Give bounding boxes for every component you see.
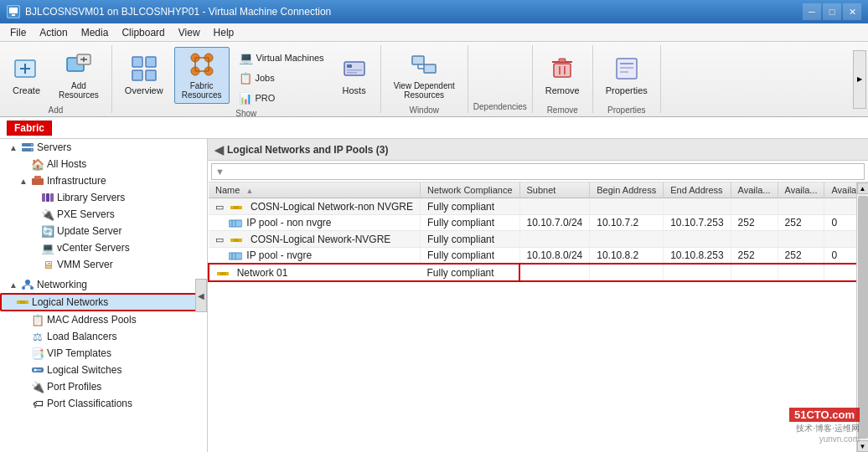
sidebar-item-port-classifications[interactable]: 🏷 Port Classifications — [0, 395, 207, 412]
overview-icon — [131, 55, 158, 82]
table-row[interactable]: ▭ COSN-Logical Nework-NVGRE Fully compli… — [209, 231, 856, 248]
maximize-button[interactable]: □ — [823, 3, 841, 20]
sidebar-item-logical-switches[interactable]: Logical Switches — [0, 362, 207, 378]
col-compliance[interactable]: Network Compliance — [421, 182, 519, 198]
sidebar-item-infrastructure[interactable]: ▲ Infrastructure — [0, 172, 207, 189]
row-a1 — [731, 231, 778, 248]
col-subnet[interactable]: Subnet — [519, 182, 590, 198]
col-avail2[interactable]: Availa... — [778, 182, 824, 198]
view-dependent-icon — [411, 51, 437, 78]
add-resources-button[interactable]: AddResources — [51, 47, 106, 104]
table-row[interactable]: IP pool - non nvgre Fully compliant 10.1… — [209, 215, 856, 231]
ribbon-remove-content: Remove — [538, 47, 587, 104]
row-begin — [590, 264, 664, 281]
row-subnet: 10.10.7.0/24 — [519, 215, 590, 231]
app-icon — [7, 5, 20, 18]
sidebar-item-update-server[interactable]: 🔄 Update Server — [0, 223, 207, 239]
table-row[interactable]: ▭ COSN-Logical Network-non NVGRE Fully c… — [209, 198, 856, 215]
menu-action[interactable]: Action — [33, 25, 74, 40]
table-row[interactable]: IP pool - nvgre Fully compliant 10.10.8.… — [209, 248, 856, 265]
ribbon-props-label: Properties — [607, 105, 646, 115]
sidebar-item-vip-templates[interactable]: 📑 VIP Templates — [0, 345, 207, 362]
jobs-button[interactable]: 📋 Jobs — [233, 69, 330, 87]
sidebar-item-pxe-servers[interactable]: 🔌 PXE Servers — [0, 206, 207, 223]
sidebar-item-logical-networks[interactable]: Logical Networks — [0, 293, 207, 311]
svg-rect-12 — [132, 70, 142, 80]
network-row-icon — [230, 200, 248, 213]
pro-button[interactable]: 📊 PRO — [233, 89, 330, 107]
menu-media[interactable]: Media — [75, 25, 116, 40]
col-name[interactable]: Name ▲ — [209, 182, 421, 198]
scroll-thumb[interactable] — [858, 196, 868, 439]
ribbon-group-remove: Remove Remove — [533, 45, 593, 113]
sidebar-item-all-hosts[interactable]: 🏠 All Hosts — [0, 156, 207, 172]
ribbon: Create AddResources Add — [0, 42, 868, 117]
svg-point-54 — [17, 300, 20, 304]
port-classifications-label: Port Classifications — [47, 398, 132, 409]
row-a2 — [778, 198, 824, 215]
menu-view[interactable]: View — [172, 25, 207, 40]
remove-button[interactable]: Remove — [538, 47, 587, 104]
view-dependent-button[interactable]: View DependentResources — [386, 47, 462, 104]
networking-icon — [20, 278, 35, 291]
table-container: Name ▲ Network Compliance Subnet Begin A… — [208, 182, 856, 452]
ribbon-add-label: Add — [49, 105, 64, 115]
menu-help[interactable]: Help — [207, 25, 241, 40]
create-icon — [13, 55, 40, 82]
sidebar-item-vmm-server[interactable]: 🖥 VMM Server — [0, 256, 207, 273]
col-begin-address[interactable]: Begin Address — [590, 182, 664, 198]
pxe-servers-label: PXE Servers — [57, 208, 115, 220]
sidebar-item-port-profiles[interactable]: 🔌 Port Profiles — [0, 378, 207, 395]
table-row-network01[interactable]: Network 01 Fully compliant — [209, 264, 856, 281]
close-button[interactable]: ✕ — [843, 3, 861, 20]
minimize-button[interactable]: ─ — [803, 3, 821, 20]
create-button[interactable]: Create — [5, 47, 48, 104]
sidebar-item-mac-address-pools[interactable]: 📋 MAC Address Pools — [0, 311, 207, 328]
col-end-address[interactable]: End Address — [664, 182, 731, 198]
svg-point-55 — [25, 300, 28, 304]
ribbon-scroll-button[interactable]: ▶ — [853, 50, 866, 109]
col-avail1[interactable]: Availa... — [731, 182, 778, 198]
content-scrollbar[interactable]: ▲ ▼ — [856, 182, 868, 452]
sidebar-section-servers[interactable]: ▲ Servers — [0, 139, 207, 156]
scroll-up-button[interactable]: ▲ — [857, 182, 869, 194]
row-name-cell: IP pool - nvgre — [209, 248, 421, 265]
row-a3: 0 — [824, 215, 856, 231]
row-end — [664, 231, 731, 248]
ribbon-group-window-content: View DependentResources — [386, 47, 462, 104]
svg-point-41 — [31, 144, 33, 146]
row-name-cell: ▭ COSN-Logical Nework-NVGRE — [209, 231, 421, 248]
vcenter-servers-label: vCenter Servers — [57, 242, 130, 254]
row-a1 — [731, 198, 778, 215]
properties-label: Properties — [606, 85, 648, 95]
row-name-cell: Network 01 — [209, 264, 421, 281]
pool-icon2 — [229, 249, 246, 261]
fabric-resources-button[interactable]: FabricResources — [174, 47, 230, 104]
sidebar-collapse-button[interactable]: ◀ — [195, 279, 207, 312]
ribbon-group-dependencies: Dependencies — [468, 45, 533, 113]
hosts-button[interactable]: Hosts — [333, 47, 375, 104]
virtual-machines-button[interactable]: 💻 Virtual Machines — [233, 49, 330, 67]
port-profiles-label: Port Profiles — [47, 381, 101, 393]
properties-icon — [613, 55, 640, 82]
col-avail3[interactable]: Availa — [824, 182, 856, 198]
svg-rect-2 — [12, 14, 15, 16]
search-container: ▼ — [211, 163, 865, 180]
sidebar-item-load-balancers[interactable]: ⚖ Load Balancers — [0, 328, 207, 345]
sidebar-section-networking[interactable]: ▲ Networking — [0, 276, 207, 293]
properties-button[interactable]: Properties — [598, 47, 655, 104]
fabric-resources-label: FabricResources — [182, 81, 222, 100]
content-header: ◀ Logical Networks and IP Pools (3) — [208, 139, 868, 161]
vmm-server-label: VMM Server — [57, 259, 113, 270]
scroll-down-button[interactable]: ▼ — [857, 440, 869, 452]
content-header-arrow[interactable]: ◀ — [214, 143, 224, 157]
menu-bar: File Action Media Clipboard View Help — [0, 23, 868, 42]
sidebar-item-library-servers[interactable]: Library Servers — [0, 189, 207, 206]
vmm-server-icon: 🖥 — [40, 258, 55, 271]
menu-file[interactable]: File — [3, 25, 33, 40]
menu-clipboard[interactable]: Clipboard — [115, 25, 171, 40]
row-begin — [590, 198, 664, 215]
overview-button[interactable]: Overview — [117, 47, 171, 104]
sidebar-item-vcenter-servers[interactable]: 💻 vCenter Servers — [0, 239, 207, 256]
ribbon-group-add-content: Create AddResources — [5, 47, 106, 104]
